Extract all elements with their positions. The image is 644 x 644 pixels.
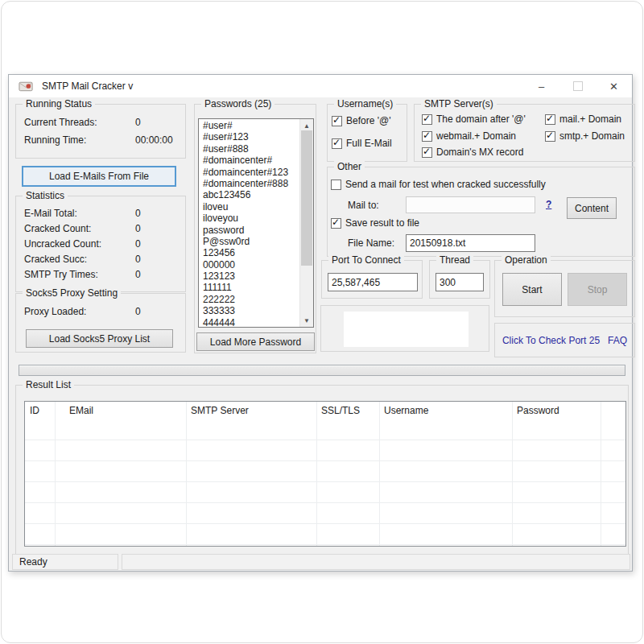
help-link[interactable]: ?: [546, 199, 551, 210]
checkbox-icon: [331, 218, 341, 229]
password-item[interactable]: #domaincenter#123: [199, 167, 299, 178]
current-threads-value: 0: [135, 116, 141, 129]
checkbox-webmail-domain[interactable]: webmail.+ Domain: [422, 130, 516, 142]
group-title: Statistics: [23, 190, 68, 201]
scrollbar-thumb[interactable]: [301, 130, 312, 266]
password-item[interactable]: #user#123: [199, 131, 299, 142]
password-item[interactable]: P@ssw0rd: [199, 236, 299, 247]
group-title: Result List: [23, 379, 74, 390]
passwords-listbox[interactable]: #user# #user#123 #user#888 #domaincenter…: [198, 118, 314, 328]
proxy-loaded-row: Proxy Loaded: 0: [24, 305, 180, 318]
content-button[interactable]: Content: [567, 197, 617, 219]
smtp-servers-group: SMTP Server(s) The domain after '@' webm…: [414, 104, 635, 162]
load-emails-button[interactable]: Load E-Mails From File: [22, 166, 176, 187]
start-button[interactable]: Start: [502, 273, 562, 306]
scroll-down-icon[interactable]: ▼: [300, 314, 313, 327]
mail-to-input[interactable]: [406, 196, 535, 213]
close-button[interactable]: ✕: [596, 75, 632, 97]
load-more-password-button[interactable]: Load More Password: [196, 332, 315, 351]
status-bar-panel-secondary: [122, 554, 630, 570]
stat-label: E-Mail Total:: [24, 208, 77, 219]
checkbox-icon: [331, 180, 341, 190]
column-header-username[interactable]: Username: [379, 402, 512, 419]
stat-row: E-Mail Total:0: [24, 207, 180, 220]
checkbox-label: Save result to file: [345, 217, 419, 229]
passwords-group: Passwords (25) #user# #user#123 #user#88…: [194, 104, 316, 353]
checkbox-mail-domain[interactable]: mail.+ Domain: [545, 114, 621, 125]
stat-row: SMTP Try Times:0: [24, 268, 180, 281]
password-items: #user# #user#123 #user#888 #domaincenter…: [199, 120, 299, 328]
load-socks5-button[interactable]: Load Socks5 Proxy List: [26, 329, 173, 348]
password-item[interactable]: 123123: [199, 270, 299, 282]
check-port-link[interactable]: Click To Check Port 25: [502, 335, 600, 346]
checkbox-smtp-domain[interactable]: smtp.+ Domain: [545, 130, 625, 142]
column-divider: [186, 402, 187, 546]
checkbox-label: Full E-Mail: [346, 138, 392, 149]
password-item[interactable]: password: [199, 225, 299, 236]
column-header-id[interactable]: ID: [25, 402, 55, 419]
column-divider: [316, 402, 317, 546]
password-item[interactable]: 444444: [199, 317, 299, 328]
checkbox-domain-after-at[interactable]: The domain after '@': [422, 114, 526, 125]
password-item[interactable]: #user#888: [199, 143, 299, 155]
image-placeholder-box: [344, 312, 469, 347]
stat-label: Uncracked Count:: [24, 238, 101, 250]
checkbox-save-result[interactable]: Save result to file: [331, 217, 419, 229]
running-time-value: 00:00:00: [135, 134, 173, 147]
result-table-body: [25, 419, 625, 546]
password-item[interactable]: 000000: [199, 259, 299, 270]
passwords-scrollbar[interactable]: ▲ ▼: [299, 119, 313, 327]
checkbox-send-test-mail[interactable]: Send a mail for test when cracked succes…: [331, 179, 546, 190]
current-threads-label: Current Threads:: [24, 117, 97, 128]
thread-input[interactable]: [436, 273, 484, 291]
minimize-button[interactable]: –: [523, 75, 559, 97]
result-table[interactable]: ID EMail SMTP Server SSL/TLS Username Pa…: [24, 401, 626, 547]
port-input[interactable]: [328, 273, 418, 291]
password-item[interactable]: 123456: [199, 247, 299, 258]
column-header-password[interactable]: Password: [512, 402, 601, 419]
socks5-group: Socks5 Proxy Setting Proxy Loaded: 0 Loa…: [15, 293, 186, 353]
password-item[interactable]: iloveu: [199, 201, 299, 213]
stat-label: Cracked Succ:: [24, 254, 87, 265]
client-area: Running Status Current Threads: 0 Runnin…: [9, 97, 632, 571]
links-group: Click To Check Port 25 FAQ: [494, 323, 635, 357]
checkbox-label: webmail.+ Domain: [436, 130, 516, 142]
column-header-email[interactable]: EMail: [55, 402, 186, 419]
faq-link[interactable]: FAQ: [608, 335, 627, 346]
title-bar[interactable]: SMTP Mail Cracker v – ✕: [9, 75, 632, 97]
file-name-input[interactable]: [406, 234, 535, 252]
checkbox-label: Domain's MX record: [436, 147, 523, 158]
thread-group: Thread: [429, 260, 490, 299]
running-time-row: Running Time: 00:00:00: [24, 134, 180, 147]
image-box-group: [320, 305, 489, 352]
stat-row: Cracked Succ:0: [24, 253, 180, 266]
stat-value: 0: [135, 253, 141, 266]
group-title: SMTP Server(s): [421, 98, 497, 109]
password-item[interactable]: iloveyou: [199, 213, 299, 224]
file-name-label: File Name:: [348, 237, 394, 249]
proxy-loaded-label: Proxy Loaded:: [24, 306, 86, 317]
result-table-header: ID EMail SMTP Server SSL/TLS Username Pa…: [25, 402, 625, 420]
stop-button: Stop: [568, 273, 627, 306]
password-item[interactable]: #domaincenter#888: [199, 178, 299, 189]
group-title: Thread: [436, 254, 473, 266]
password-item[interactable]: 222222: [199, 294, 299, 305]
password-item[interactable]: abc123456: [199, 189, 299, 200]
usernames-group: Username(s) Before '@' Full E-Mail: [327, 104, 407, 162]
group-title: Passwords (25): [201, 98, 275, 109]
column-divider: [512, 402, 513, 546]
stat-row: Uncracked Count:0: [24, 237, 180, 250]
checkbox-mx-record[interactable]: Domain's MX record: [422, 147, 523, 158]
password-item[interactable]: 333333: [199, 305, 299, 316]
checkbox-full-email[interactable]: Full E-Mail: [332, 138, 392, 149]
statistics-group: Statistics E-Mail Total:0 Cracked Count:…: [15, 196, 186, 292]
column-header-ssl-tls[interactable]: SSL/TLS: [316, 402, 379, 419]
password-item[interactable]: #user#: [199, 120, 299, 131]
checkbox-label: Send a mail for test when cracked succes…: [345, 179, 546, 190]
password-item[interactable]: #domaincenter#: [199, 155, 299, 166]
password-item[interactable]: 111111: [199, 282, 299, 293]
checkbox-before-at[interactable]: Before '@': [332, 115, 390, 126]
group-title: Port To Connect: [328, 254, 404, 266]
maximize-button[interactable]: [559, 75, 596, 97]
column-header-smtp-server[interactable]: SMTP Server: [186, 402, 316, 419]
